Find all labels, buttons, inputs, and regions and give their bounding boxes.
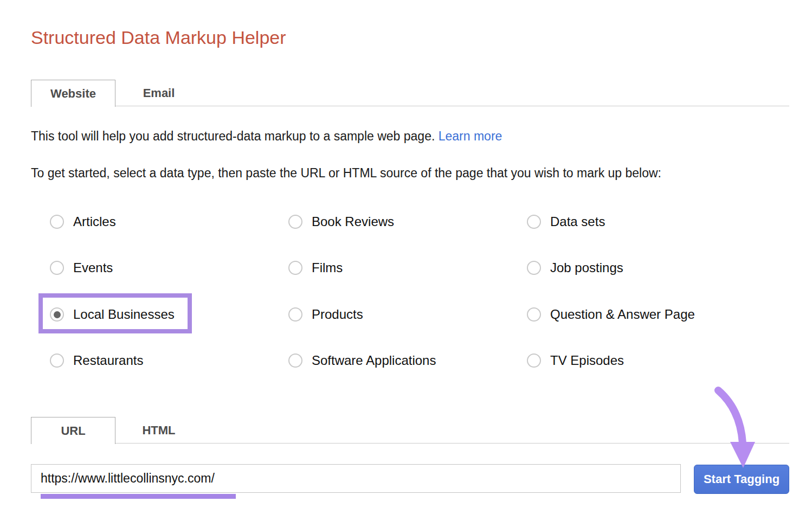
radio-option-label: Events: [73, 260, 113, 275]
radio-option-question-answer-page[interactable]: Question & Answer Page: [527, 305, 695, 324]
radio-option-films[interactable]: Films: [288, 258, 343, 278]
source-type-tabbar: URL HTML: [31, 417, 789, 444]
radio-selected-icon[interactable]: [50, 307, 64, 322]
radio-option-job-postings[interactable]: Job postings: [527, 258, 623, 278]
start-tagging-button[interactable]: Start Tagging: [694, 465, 789, 494]
radio-option-label: Local Businesses: [73, 307, 175, 322]
intro-sentence: This tool will help you add structured-d…: [31, 129, 435, 143]
learn-more-link[interactable]: Learn more: [439, 129, 502, 143]
radio-option-label: Products: [312, 307, 363, 322]
tab-url-label: URL: [61, 424, 85, 438]
radio-icon[interactable]: [527, 261, 541, 275]
url-input[interactable]: [31, 464, 681, 493]
radio-option-data-sets[interactable]: Data sets: [527, 212, 605, 232]
radio-option-label: Data sets: [550, 214, 605, 229]
radio-option-products[interactable]: Products: [288, 305, 363, 324]
radio-option-label: Films: [312, 260, 343, 275]
radio-option-events[interactable]: Events: [50, 258, 113, 278]
radio-icon[interactable]: [50, 215, 64, 229]
radio-icon[interactable]: [288, 354, 302, 368]
tab-html[interactable]: HTML: [115, 417, 202, 444]
radio-icon[interactable]: [288, 261, 302, 275]
radio-option-local-businesses[interactable]: Local Businesses: [50, 305, 175, 324]
page-title: Structured Data Markup Helper: [31, 27, 286, 48]
tab-website-label: Website: [50, 87, 96, 100]
tab-website[interactable]: Website: [31, 80, 115, 107]
radio-icon[interactable]: [527, 215, 541, 229]
tab-url[interactable]: URL: [31, 417, 115, 444]
radio-option-label: Question & Answer Page: [550, 307, 695, 322]
intro-text: This tool will help you add structured-d…: [31, 129, 502, 144]
radio-option-label: Job postings: [550, 260, 623, 275]
radio-icon[interactable]: [288, 307, 302, 322]
instructions-text: To get started, select a data type, then…: [31, 166, 661, 181]
site-type-tabbar: Website Email: [31, 80, 789, 106]
radio-icon[interactable]: [288, 215, 302, 229]
radio-option-restaurants[interactable]: Restaurants: [50, 351, 143, 370]
radio-option-label: Articles: [73, 214, 116, 229]
radio-icon[interactable]: [50, 261, 64, 275]
radio-icon[interactable]: [50, 354, 64, 368]
radio-option-label: Book Reviews: [312, 214, 394, 229]
tab-html-label: HTML: [142, 423, 175, 437]
radio-option-articles[interactable]: Articles: [50, 212, 116, 232]
structured-data-markup-helper-page: Structured Data Markup Helper Website Em…: [0, 0, 812, 527]
radio-option-tv-episodes[interactable]: TV Episodes: [527, 351, 624, 370]
tab-email[interactable]: Email: [115, 80, 202, 106]
radio-icon[interactable]: [527, 354, 541, 368]
radio-option-label: Software Applications: [312, 353, 436, 368]
radio-option-label: Restaurants: [73, 353, 143, 368]
radio-icon[interactable]: [527, 307, 541, 322]
radio-option-book-reviews[interactable]: Book Reviews: [288, 212, 394, 232]
radio-option-label: TV Episodes: [550, 353, 624, 368]
url-underline-highlight: [41, 494, 236, 499]
tab-email-label: Email: [143, 86, 175, 100]
radio-option-software-applications[interactable]: Software Applications: [288, 351, 436, 370]
